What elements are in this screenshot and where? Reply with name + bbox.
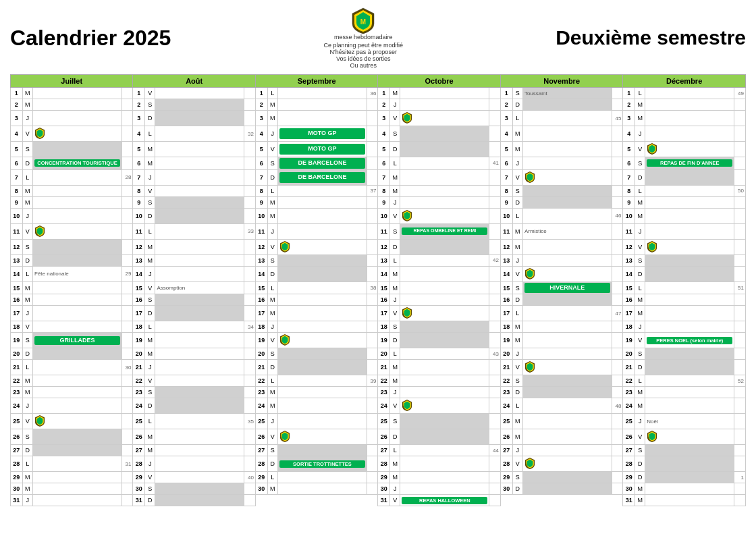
table-row: 24J 24D 24M 24V 24L48 24M xyxy=(11,398,746,414)
table-row: 13D 13M 13S 13L42 13J 13S xyxy=(11,254,746,266)
logo-icon: M xyxy=(351,7,375,34)
page-title: Calendrier 2025 xyxy=(10,26,171,51)
table-row: 5S 5M 5VMOTO GP 5D 5M 5V xyxy=(11,142,746,157)
month-header-row: Juillet Août Septembre Octobre Novembre … xyxy=(11,75,746,88)
table-row: 27D 27M 27S 27L44 27J 27S xyxy=(11,445,746,456)
table-row: 28L31 28J 28DSORTIE TROTTINETTES 28M 28V… xyxy=(11,456,746,472)
table-row: 16M 16S 16M 16J 16D 16M xyxy=(11,294,746,306)
svg-text:M: M xyxy=(360,18,366,26)
table-row: 31J 31D 31VREPAS HALLOWEEN 31M xyxy=(11,495,746,506)
table-row: 26S 26M 26V 26D 26M 26V xyxy=(11,429,746,445)
table-row: 21L30 21J 21D 21M 21V 21D xyxy=(11,360,746,375)
table-row: 1M 1V 1L36 1M 1SToussaint 1L49 xyxy=(11,88,746,99)
header-center: M messe hebdomadaire Ce planning peut êt… xyxy=(323,7,403,69)
month-octobre: Octobre xyxy=(378,75,500,88)
table-row: 9M 9S 9M 9J 9D 9M xyxy=(11,196,746,208)
table-row: 29M 29V40 29L 29M 29S 29D1 xyxy=(11,472,746,483)
semester-title: Deuxième semestre xyxy=(556,26,746,49)
table-row: 19SGRILLADES 19M 19V 19D 19M 19VPERES NO… xyxy=(11,333,746,348)
table-row: 2M 2S 2M 2J 2D 2M xyxy=(11,99,746,111)
table-row: 23M 23S 23M 23J 23D 23M xyxy=(11,387,746,398)
table-row: 4V 4L32 4JMOTO GP 4S 4M 4J xyxy=(11,126,746,142)
table-row: 30M 30S 30M 30J 30D 30M xyxy=(11,483,746,495)
table-row: 12S 12M 12V 12D 12M 12V xyxy=(11,239,746,254)
table-row: 14LFête nationale29 14J 14D 14M 14V 14D xyxy=(11,266,746,281)
table-row: 22M 22V 22L39 22M 22S 22L52 xyxy=(11,375,746,387)
month-septembre: Septembre xyxy=(255,75,377,88)
table-row: 3J 3D 3M 3V 3L45 3M xyxy=(11,111,746,126)
month-aout: Août xyxy=(133,75,255,88)
table-row: 18V 18L34 18J 18S 18M 18J xyxy=(11,321,746,333)
table-row: 25V 25L35 25J 25S 25M 25JNoël xyxy=(11,414,746,429)
table-row: 17J 17D 17M 17V 17L47 17M xyxy=(11,306,746,321)
table-row: 20D 20M 20S 20L43 20J 20S xyxy=(11,348,746,360)
table-row: 10J 10D 10M 10V 10L46 10M xyxy=(11,208,746,223)
table-row: 15M 15VAssomption 15L38 15M 15SHIVERNALE… xyxy=(11,281,746,294)
table-row: 8M 8V 8L37 8M 8S 8L50 xyxy=(11,185,746,196)
month-juillet: Juillet xyxy=(11,75,133,88)
table-row: 11V 11L33 11J 11SREPAS OMBELINE ET REMI … xyxy=(11,223,746,239)
table-row: 7L28 7J 7DDE BARCELONE 7M 7V 7D xyxy=(11,169,746,185)
month-decembre: Décembre xyxy=(623,75,746,88)
month-novembre: Novembre xyxy=(500,75,622,88)
table-row: 6DCONCENTRATION TOURISTIQUE 6M 6SDE BARC… xyxy=(11,157,746,170)
